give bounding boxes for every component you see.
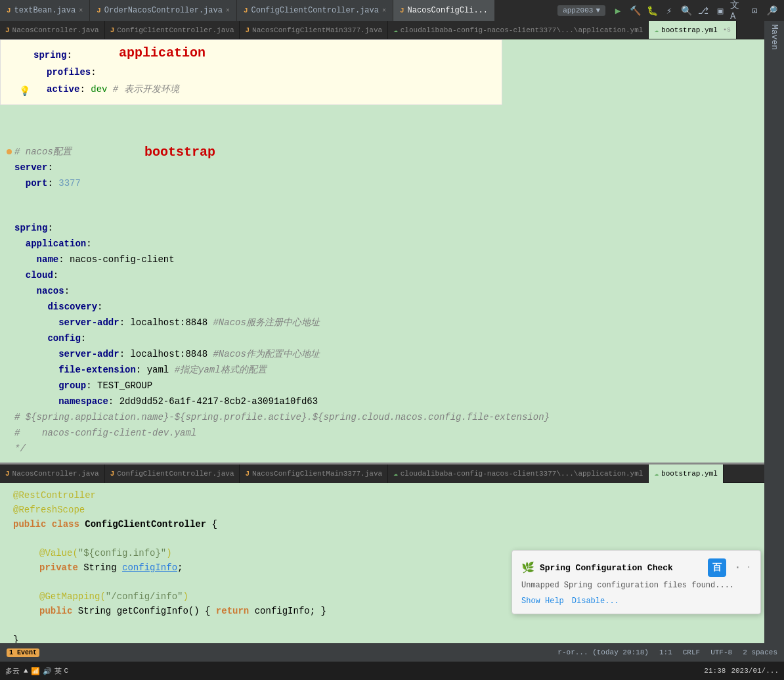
branch-selector[interactable]: app2003 ▼ (557, 5, 605, 16)
notification-header: 🌿 Spring Configuration Check 百 · · (521, 558, 751, 577)
tab-close-icon[interactable]: × (226, 7, 230, 14)
file-tab-bootyml[interactable]: ☁ bootstrap.yml ▪s (649, 21, 736, 39)
spring-leaf-icon: 🌿 (521, 561, 534, 574)
bootstrap-label: bootstrap (144, 145, 215, 160)
code-line: */ (0, 441, 784, 457)
code-line: # ${spring.application.name}-${spring.pr… (0, 409, 784, 425)
java-icon: J (245, 26, 250, 34)
lower-file-tabs: J NacosController.java J ConfigClientCon… (0, 465, 784, 483)
run-button[interactable]: ▶ (611, 3, 625, 18)
code-line-restcontroller: @RestController (13, 488, 771, 503)
right-sidebar: Maven (764, 21, 784, 680)
file-tab-label: ConfigClientController.java (117, 26, 234, 34)
line-content: file-extension: yaml #指定yaml格式的配置 (14, 363, 784, 377)
code-line: # nacos配置 (0, 144, 784, 160)
lower-tab-appyml[interactable]: ☁ cloudalibaba-config-nacos-client3377\.… (388, 465, 649, 483)
tab-textbean[interactable]: J textBean.java × (0, 0, 90, 21)
git-status[interactable]: r-or... (today 20:18) (557, 648, 649, 656)
notification-title: Spring Configuration Check (540, 563, 703, 573)
file-tab-label: NacosController.java (12, 26, 99, 34)
java-icon: J (245, 470, 250, 478)
yaml-key-profiles: profiles (47, 67, 91, 78)
tab-label: ConfigClientController.java (117, 470, 234, 478)
line-content: server: (14, 160, 784, 175)
app-yml-line-profiles: profiles: (1, 64, 502, 81)
tray-csdn-icon: C (64, 667, 69, 675)
debug-button[interactable]: 🐛 (645, 3, 659, 18)
tab-configclient[interactable]: J ConfigClientController.java × (237, 0, 393, 21)
line-content: # nacos-config-client-dev.yaml (14, 426, 784, 440)
lower-tab-config[interactable]: J ConfigClientController.java (105, 465, 240, 483)
hint-icon: 💡 (19, 84, 30, 99)
lower-tab-nacos[interactable]: J NacosController.java (0, 465, 105, 483)
terminal-button[interactable]: ▣ (713, 3, 728, 18)
line-content: # nacos配置 (14, 145, 784, 159)
code-line: # nacos-config-client-dev.yaml (0, 425, 784, 441)
code-line: group: TEST_GROUP (0, 378, 784, 394)
java-icon: J (97, 7, 101, 14)
event-badge[interactable]: 1 Event (7, 648, 39, 657)
lower-tab-bootyml[interactable]: ☁ bootstrap.yml (649, 465, 723, 483)
coverage-button[interactable]: 🔍 (679, 3, 693, 18)
yaml-value-dev: dev (91, 84, 113, 95)
java-icon: J (244, 7, 248, 14)
line-content: name: nacos-config-client (14, 252, 784, 267)
line-content: config: (14, 331, 784, 346)
show-help-link[interactable]: Show Help (521, 597, 564, 606)
modified-indicator: ▪s (723, 26, 731, 34)
file-tab-nacosctrl[interactable]: J NacosController.java (0, 21, 105, 39)
java-icon: J (5, 26, 10, 34)
fullscreen-button[interactable]: ⊡ (747, 3, 762, 18)
chevron-down-icon: ▼ (596, 7, 600, 14)
tab-close-icon[interactable]: × (79, 7, 83, 14)
status-right: r-or... (today 20:18) 1:1 CRLF UTF-8 2 s… (557, 648, 777, 656)
indent[interactable]: 2 spaces (743, 648, 777, 656)
translate-button[interactable]: 文A (730, 3, 745, 18)
yaml-key-spring: spring (33, 50, 66, 60)
line-content: # ${spring.application.name}-${spring.pr… (14, 410, 784, 424)
tab-label: bootstrap.yml (661, 470, 718, 478)
code-line: server-addr: localhost:8848 #Nacos服务注册中心… (0, 315, 784, 330)
system-tray: 多云 ▲ 📶 🔊 英 C 21:38 2023/01/... (0, 662, 784, 680)
notification-close-icon[interactable]: · (734, 561, 741, 574)
profile-button[interactable]: ⚡ (662, 3, 676, 18)
maven-sidebar[interactable]: Maven (770, 24, 779, 50)
vcs-button[interactable]: ⎇ (696, 3, 710, 18)
java-icon: J (400, 7, 404, 14)
tab-nacos[interactable]: J NacosConfigCli... (393, 0, 495, 21)
java-icon: J (5, 470, 10, 478)
code-line: cloud: (0, 267, 784, 283)
file-tab-configctrl[interactable]: J ConfigClientController.java (105, 21, 240, 39)
encoding[interactable]: UTF-8 (710, 648, 732, 656)
file-tab-nacosmain[interactable]: J NacosConfigClientMain3377.java (240, 21, 388, 39)
bootstrap-editor-section: application spring: profiles: 💡 active: … (0, 39, 784, 463)
notification-menu-icon[interactable]: · (747, 563, 751, 572)
code-line-blank (0, 191, 784, 206)
tab-close-icon[interactable]: × (382, 7, 386, 14)
notification-body: Unmapped Spring configuration files foun… (521, 581, 751, 590)
tray-icon-lang: 英 (54, 666, 62, 676)
yaml-icon: ☁ (654, 26, 659, 34)
code-line: server-addr: localhost:8848 #Nacos作为配置中心… (0, 346, 784, 362)
tab-label: cloudalibaba-config-nacos-client3377\...… (401, 470, 643, 478)
lower-tab-nacosmain[interactable]: J NacosConfigClientMain3377.java (240, 465, 388, 483)
top-tab-bar: J textBean.java × J OrderNacosController… (0, 0, 784, 21)
hint-dot (7, 149, 12, 154)
notification-actions: Show Help Disable... (521, 597, 751, 606)
file-tab-appyml[interactable]: ☁ cloudalibaba-config-nacos-client3377\.… (388, 21, 649, 39)
line-col[interactable]: 1:1 (659, 648, 672, 656)
tray-icon-sound: 🔊 (43, 667, 52, 675)
code-line: application: (0, 236, 784, 252)
code-line-blank3 (13, 618, 771, 633)
line-ending[interactable]: CRLF (683, 648, 700, 656)
disable-link[interactable]: Disable... (572, 597, 619, 606)
yaml-comment-env: # 表示开发环境 (113, 84, 179, 95)
search-button[interactable]: 🔎 (764, 3, 779, 18)
tray-icon-up: ▲ (24, 667, 28, 675)
tray-icon-wifi: 📶 (31, 667, 40, 675)
tab-ordernacos[interactable]: J OrderNacosController.java × (90, 0, 237, 21)
yaml-icon: ☁ (393, 469, 398, 478)
line-content: port: 3377 (14, 176, 784, 191)
app-yml-line-active: 💡 active: dev # 表示开发环境 (1, 81, 502, 98)
build-button[interactable]: 🔨 (628, 3, 642, 18)
